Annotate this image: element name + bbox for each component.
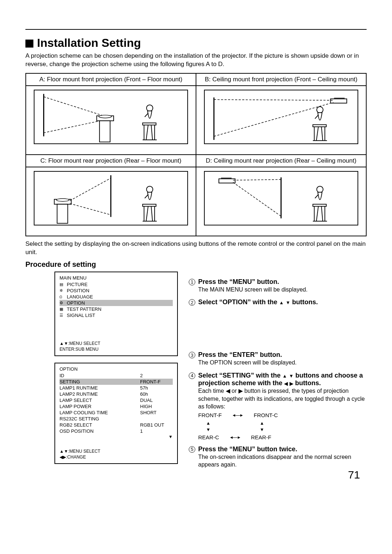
svg-point-27 xyxy=(57,199,69,201)
step-number-icon: 3 xyxy=(189,352,195,358)
svg-line-29 xyxy=(70,178,111,200)
option-row: LAMP2 RUNTIME60h xyxy=(60,391,173,397)
step-5: 5Press the “MENU” button twice. The on-s… xyxy=(189,445,367,469)
scheme-b-label: B: Ceiling mount front projection (Front… xyxy=(196,73,366,86)
page-number: 71 xyxy=(348,469,360,481)
svg-line-42 xyxy=(233,182,281,216)
cycle-diagram: FRONT-F ◂—▸ FRONT-C ▴▾ ▴▾ REAR-C ◂—▸ REA… xyxy=(198,412,367,440)
step-number-icon: 2 xyxy=(189,299,195,306)
svg-line-20 xyxy=(321,126,323,140)
select-instruction: Select the setting by displaying the on-… xyxy=(25,240,367,257)
svg-rect-40 xyxy=(219,179,235,183)
option-osd: OPTION ID2SETTINGFRONT-FLAMP1 RUNTIME57h… xyxy=(54,363,178,464)
menu-item: ▦TEST PATTERN xyxy=(60,306,173,312)
menu-item-icon: ☰ xyxy=(60,313,67,318)
menu-item-icon: ▤ xyxy=(60,282,67,287)
option-row: RS232C SETTING xyxy=(60,416,173,422)
up-down-arrow-icon: ▴▾ xyxy=(207,420,210,433)
svg-rect-21 xyxy=(313,125,326,127)
scheme-b-diagram xyxy=(204,90,358,144)
down-triangle-icon xyxy=(289,372,294,379)
menu-item-icon: ⚙ xyxy=(60,301,67,305)
scroll-down-icon: ▼ xyxy=(60,434,173,439)
intro-text: A projection scheme can be chosen depend… xyxy=(25,52,367,69)
option-row: LAMP1 RUNTIME57h xyxy=(60,385,173,391)
square-bullet-icon xyxy=(25,40,33,48)
page-title: Installation Setting xyxy=(25,36,367,50)
option-row: LAMP COOLING TIMESHORT xyxy=(60,410,173,416)
svg-line-33 xyxy=(151,205,152,221)
menu-item: ☰SIGNAL LIST xyxy=(60,312,173,318)
svg-point-43 xyxy=(317,186,323,193)
scheme-d-label: D: Ceiling mount rear projection (Rear –… xyxy=(196,155,366,167)
step-number-icon: 1 xyxy=(189,279,195,285)
menu-item: ⚙OPTION xyxy=(60,300,173,306)
menu-item: ✲POSITION xyxy=(60,288,173,294)
svg-rect-5 xyxy=(99,121,110,142)
step-2: 2 Select “OPTION” with the buttons. xyxy=(189,298,367,306)
menu-item-icon: ▦ xyxy=(60,307,67,311)
scheme-a-label: A: Floor mount front projection (Front –… xyxy=(26,73,196,86)
procedure-heading: Procedure of setting xyxy=(25,260,367,269)
svg-line-16 xyxy=(214,99,334,100)
svg-line-2 xyxy=(44,120,104,133)
step-4: 4 Select “SETTING” with the buttons and … xyxy=(189,372,367,440)
scheme-a-diagram xyxy=(34,90,188,144)
svg-line-32 xyxy=(146,205,148,221)
option-row: OSD POSITION1 xyxy=(60,428,173,434)
svg-line-30 xyxy=(70,203,111,215)
menu-item: ▤PICTURE xyxy=(60,281,173,288)
svg-point-6 xyxy=(147,105,153,111)
svg-point-31 xyxy=(147,186,153,193)
main-menu-title: MAIN MENU xyxy=(60,275,173,281)
up-triangle-icon xyxy=(279,298,284,306)
main-menu-foot2: ENTER:SUB MENU xyxy=(60,347,173,352)
scheme-c-label: C: Floor mount rear projection (Rear – F… xyxy=(26,155,196,167)
option-row: ID2 xyxy=(60,372,173,379)
svg-line-41 xyxy=(233,179,281,180)
scheme-c-diagram xyxy=(34,171,188,225)
svg-line-1 xyxy=(44,97,104,116)
up-triangle-icon xyxy=(282,372,287,379)
up-down-arrow-icon: ▴▾ xyxy=(261,420,264,433)
step-number-icon: 4 xyxy=(189,372,195,379)
main-menu-osd: MAIN MENU ▤PICTURE✲POSITION⎙LANGUAGE⚙OPT… xyxy=(54,272,178,356)
svg-line-7 xyxy=(146,124,148,140)
option-row: RGB2 SELECTRGB1 OUT xyxy=(60,422,173,428)
main-menu-foot1: ▲▼:MENU SELECT xyxy=(60,341,173,346)
svg-line-44 xyxy=(317,205,319,221)
menu-item-icon: ⎙ xyxy=(60,294,67,299)
svg-rect-9 xyxy=(143,123,156,125)
left-right-arrow-icon: ◂—▸ xyxy=(230,434,240,440)
svg-line-45 xyxy=(321,205,323,221)
svg-point-18 xyxy=(317,107,323,113)
down-triangle-icon xyxy=(286,298,290,306)
option-row: LAMP POWERHIGH xyxy=(60,403,173,410)
option-title: OPTION xyxy=(60,366,173,372)
svg-rect-34 xyxy=(143,204,156,206)
svg-line-19 xyxy=(317,126,319,140)
option-row: SETTINGFRONT-F xyxy=(60,379,173,385)
svg-point-4 xyxy=(99,115,111,118)
menu-item: ⎙LANGUAGE xyxy=(60,294,173,300)
projection-scheme-table: A: Floor mount front projection (Front –… xyxy=(25,73,367,236)
right-triangle-icon xyxy=(290,379,293,387)
left-triangle-icon xyxy=(284,379,288,387)
svg-line-17 xyxy=(214,102,334,136)
scheme-d-diagram xyxy=(204,171,358,225)
step-1: 1Press the “MENU” button. The MAIN MENU … xyxy=(189,278,367,294)
option-row: LAMP SELECTDUAL xyxy=(60,397,173,403)
option-foot2: ◀▶:CHANGE xyxy=(60,455,173,460)
step-number-icon: 5 xyxy=(189,446,195,453)
svg-rect-28 xyxy=(57,204,68,223)
svg-line-8 xyxy=(151,124,152,140)
option-foot1: ▲▼:MENU SELECT xyxy=(60,449,173,454)
menu-item-icon: ✲ xyxy=(60,288,67,293)
left-right-arrow-icon: ◂—▸ xyxy=(233,412,243,418)
step-3: 3Press the “ENTER” button. The OPTION sc… xyxy=(189,351,367,367)
svg-rect-46 xyxy=(313,204,326,206)
